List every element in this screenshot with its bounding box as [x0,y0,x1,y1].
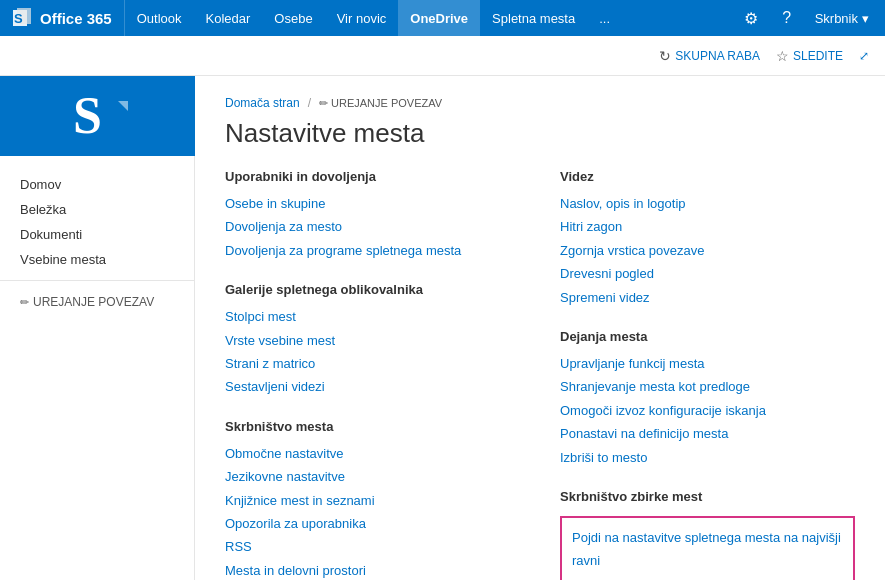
nav-item-osebe[interactable]: Osebe [262,0,324,36]
skrbnik-label: Skrbnik [815,11,858,26]
settings-grid: Uporabniki in dovoljenja Osebe in skupin… [225,169,855,580]
link-naslov-opis-logotip[interactable]: Naslov, opis in logotip [560,192,855,215]
breadcrumb-edit[interactable]: ✏ UREJANJE POVEZAV [319,97,442,110]
skupna-raba-label: SKUPNA RABA [675,49,760,63]
share-icon: ↻ [659,48,671,64]
sharepoint-logo: S [63,81,133,151]
section-skrbnistvo-mesta-title: Skrbništvo mesta [225,419,520,434]
link-spremeni-videz[interactable]: Spremeni videz [560,286,855,309]
section-videz: Videz Naslov, opis in logotip Hitri zago… [560,169,855,309]
sidebar: S Domov Beležka Dokumenti Vsebine mesta … [0,76,195,580]
expand-icon: ⤢ [859,49,869,63]
section-dejanja-mesta-title: Dejanja mesta [560,329,855,344]
settings-right-column: Videz Naslov, opis in logotip Hitri zago… [560,169,855,580]
sidebar-logo: S [0,76,195,156]
svg-text:S: S [14,11,23,26]
brand-name: Office 365 [40,10,112,27]
link-hitri-zagon[interactable]: Hitri zagon [560,215,855,238]
section-uporabniki: Uporabniki in dovoljenja Osebe in skupin… [225,169,520,262]
top-nav-bar: S Office 365 Outlook Koledar Osebe Vir n… [0,0,885,36]
link-dovoljenja-za-programe[interactable]: Dovoljenja za programe spletnega mesta [225,239,520,262]
section-skrbnistvo-zbirke: Skrbništvo zbirke mest Pojdi na nastavit… [560,489,855,580]
link-osebe-in-skupine[interactable]: Osebe in skupine [225,192,520,215]
section-galerije-title: Galerije spletnega oblikovalnika [225,282,520,297]
top-nav-menu: Outlook Koledar Osebe Vir novic OneDrive… [125,0,735,36]
svg-text:S: S [73,87,102,144]
link-shranjevanje-mesta[interactable]: Shranjevanje mesta kot predloge [560,375,855,398]
link-drevesni-pogled[interactable]: Drevesni pogled [560,262,855,285]
link-rss[interactable]: RSS [225,535,520,558]
nav-item-spletna-mesta[interactable]: Spletna mesta [480,0,587,36]
brand-logo[interactable]: S Office 365 [0,0,125,36]
help-icon-button[interactable]: ? [771,2,803,34]
link-opozorila-za-uporabnika[interactable]: Opozorila za uporabnika [225,512,520,535]
sidebar-item-domov[interactable]: Domov [0,172,194,197]
link-vrste-vsebine-mest[interactable]: Vrste vsebine mest [225,329,520,352]
section-skrbnistvo-mesta: Skrbništvo mesta Območne nastavitve Jezi… [225,419,520,580]
section-skrbnistvo-zbirke-title: Skrbništvo zbirke mest [560,489,855,504]
expand-button[interactable]: ⤢ [859,49,869,63]
breadcrumb-separator: / [308,96,311,110]
star-icon: ☆ [776,48,789,64]
nav-item-outlook[interactable]: Outlook [125,0,194,36]
link-omogoci-izvoz[interactable]: Omogoči izvoz konfiguracije iskanja [560,399,855,422]
sidebar-edit-links[interactable]: ✏ UREJANJE POVEZAV [0,289,194,315]
sidebar-item-dokumenti[interactable]: Dokumenti [0,222,194,247]
link-sestavljeni-videzi[interactable]: Sestavljeni videzi [225,375,520,398]
content-area: Domača stran / ✏ UREJANJE POVEZAV Nastav… [195,76,885,580]
edit-links-label: UREJANJE POVEZAV [33,295,154,309]
nav-item-koledar[interactable]: Koledar [194,0,263,36]
sidebar-navigation: Domov Beležka Dokumenti Vsebine mesta ✏ … [0,156,194,331]
sledite-button[interactable]: ☆ SLEDITE [776,48,843,64]
section-videz-title: Videz [560,169,855,184]
sledite-label: SLEDITE [793,49,843,63]
section-dejanja-mesta: Dejanja mesta Upravljanje funkcij mesta … [560,329,855,469]
link-ponastavi-na-definicijo[interactable]: Ponastavi na definicijo mesta [560,422,855,445]
link-zgornja-vrstica[interactable]: Zgornja vrstica povezave [560,239,855,262]
settings-icon-button[interactable]: ⚙ [735,2,767,34]
skupna-raba-button[interactable]: ↻ SKUPNA RABA [659,48,760,64]
chevron-down-icon: ▾ [862,11,869,26]
page-title: Nastavitve mesta [225,118,855,149]
link-obmocne-nastavitve[interactable]: Območne nastavitve [225,442,520,465]
breadcrumb-pencil-icon: ✏ [319,97,328,110]
nav-item-vir-novic[interactable]: Vir novic [325,0,399,36]
link-pojdi-na-nastavitve[interactable]: Pojdi na nastavitve spletnega mesta na n… [572,526,843,573]
link-upravljanje-funkcij[interactable]: Upravljanje funkcij mesta [560,352,855,375]
secondary-nav: ↻ SKUPNA RABA ☆ SLEDITE ⤢ [0,36,885,76]
sidebar-divider [0,280,194,281]
sidebar-item-belezka[interactable]: Beležka [0,197,194,222]
nav-item-onedrive[interactable]: OneDrive [398,0,480,36]
link-mesta-in-delovni-prostori[interactable]: Mesta in delovni prostori [225,559,520,580]
link-stolpci-mest[interactable]: Stolpci mest [225,305,520,328]
skrbnik-button[interactable]: Skrbnik ▾ [807,0,877,36]
breadcrumb-home[interactable]: Domača stran [225,96,300,110]
link-strani-z-matrico[interactable]: Strani z matrico [225,352,520,375]
link-dovoljenja-za-mesto[interactable]: Dovoljenja za mesto [225,215,520,238]
section-galerije: Galerije spletnega oblikovalnika Stolpci… [225,282,520,399]
link-knjiznice-mest[interactable]: Knjižnice mest in seznami [225,489,520,512]
highlighted-link-box: Pojdi na nastavitve spletnega mesta na n… [560,516,855,580]
sidebar-item-vsebine-mesta[interactable]: Vsebine mesta [0,247,194,272]
office-icon: S [12,7,34,29]
nav-item-more[interactable]: ... [587,0,622,36]
pencil-icon: ✏ [20,296,29,309]
link-jezikovne-nastavitve[interactable]: Jezikovne nastavitve [225,465,520,488]
section-uporabniki-title: Uporabniki in dovoljenja [225,169,520,184]
breadcrumb-edit-label: UREJANJE POVEZAV [331,97,442,109]
breadcrumb: Domača stran / ✏ UREJANJE POVEZAV [225,96,855,110]
settings-left-column: Uporabniki in dovoljenja Osebe in skupin… [225,169,520,580]
main-layout: S Domov Beležka Dokumenti Vsebine mesta … [0,76,885,580]
top-nav-right: ⚙ ? Skrbnik ▾ [735,0,885,36]
link-izbrisi-to-mesto[interactable]: Izbriši to mesto [560,446,855,469]
